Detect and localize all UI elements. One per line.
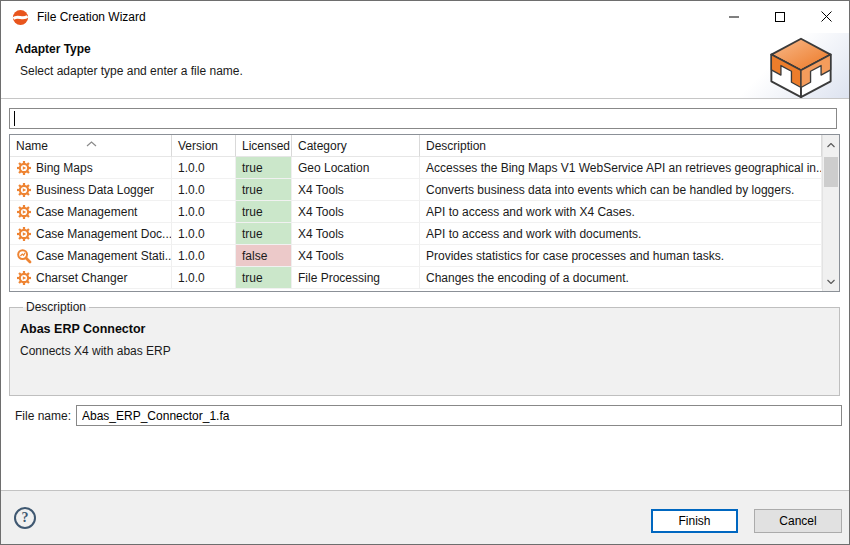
cell-name: Case Management Stati...: [10, 245, 172, 267]
adapter-gear-icon: [16, 182, 32, 198]
table-row[interactable]: Charset Changer 1.0.0 true File Processi…: [10, 267, 822, 289]
cell-licensed: true: [236, 157, 292, 179]
adapter-name: Case Management Stati...: [36, 249, 172, 263]
cell-name: Bing Maps: [10, 157, 172, 179]
selected-adapter-title: Abas ERP Connector: [20, 322, 829, 336]
close-icon: [821, 8, 832, 26]
adapter-table: Name Version Licensed Category Descripti…: [9, 134, 840, 292]
cell-name: Business Data Logger: [10, 179, 172, 201]
cell-version: 1.0.0: [172, 267, 236, 289]
cell-description: Converts business data into events which…: [420, 179, 822, 201]
cell-description: API to access and work with X4 Cases.: [420, 201, 822, 223]
cell-licensed: true: [236, 267, 292, 289]
column-header-label: Version: [178, 139, 218, 153]
wizard-banner: Adapter Type Select adapter type and ent…: [1, 33, 849, 99]
adapter-name: Charset Changer: [36, 271, 127, 285]
file-name-input[interactable]: [76, 405, 842, 426]
cancel-button-label: Cancel: [779, 514, 816, 528]
maximize-icon: [775, 8, 785, 26]
adapter-table-rows: Name Version Licensed Category Descripti…: [10, 135, 822, 291]
cell-version: 1.0.0: [172, 157, 236, 179]
selected-adapter-description: Connects X4 with abas ERP: [20, 344, 829, 358]
cell-licensed: false: [236, 245, 292, 267]
adapter-gear-icon: [16, 204, 32, 220]
cell-name: Charset Changer: [10, 267, 172, 289]
column-header-licensed[interactable]: Licensed: [236, 135, 292, 157]
description-panel-label: Description: [23, 300, 89, 314]
window-controls: [711, 1, 849, 33]
window-title: File Creation Wizard: [37, 10, 146, 24]
cell-licensed: true: [236, 201, 292, 223]
table-row[interactable]: Business Data Logger 1.0.0 true X4 Tools…: [10, 179, 822, 201]
cell-version: 1.0.0: [172, 179, 236, 201]
adapter-gear-icon: [16, 270, 32, 286]
column-header-label: Licensed: [242, 139, 290, 153]
cell-name: Case Management: [10, 201, 172, 223]
adapter-name: Business Data Logger: [36, 183, 154, 197]
adapter-gear-icon: [16, 226, 32, 242]
scroll-down-icon[interactable]: [823, 273, 839, 289]
finish-button-label: Finish: [678, 514, 710, 528]
cell-version: 1.0.0: [172, 201, 236, 223]
scrollbar-thumb[interactable]: [824, 157, 838, 187]
page-subtitle: Select adapter type and enter a file nam…: [20, 64, 243, 78]
text-caret: [14, 111, 15, 126]
cell-category: Geo Location: [292, 157, 420, 179]
cell-version: 1.0.0: [172, 245, 236, 267]
cell-category: X4 Tools: [292, 201, 420, 223]
adapter-name: Case Management Doc...: [36, 227, 172, 241]
cell-category: File Processing: [292, 267, 420, 289]
adapter-name: Bing Maps: [36, 161, 93, 175]
cell-description: API to access and work with documents.: [420, 223, 822, 245]
column-header-label: Category: [298, 139, 347, 153]
help-question-icon: ?: [22, 510, 29, 526]
cell-category: X4 Tools: [292, 245, 420, 267]
help-button[interactable]: ?: [14, 507, 36, 529]
x4-cube-logo-icon: [762, 34, 840, 103]
cell-description: Provides statistics for case processes a…: [420, 245, 822, 267]
minimize-button[interactable]: [711, 1, 757, 33]
finish-button[interactable]: Finish: [651, 509, 738, 533]
sort-ascending-icon: [86, 136, 97, 150]
adapter-magnifier-icon: [16, 248, 32, 264]
adapter-filter-input[interactable]: [9, 108, 837, 129]
scroll-up-icon[interactable]: [823, 137, 839, 153]
column-header-description[interactable]: Description: [420, 135, 822, 157]
cell-description: Changes the encoding of a document.: [420, 267, 822, 289]
description-panel: Description Abas ERP Connector Connects …: [9, 300, 840, 396]
cell-category: X4 Tools: [292, 223, 420, 245]
title-bar: File Creation Wizard: [1, 1, 849, 33]
cell-version: 1.0.0: [172, 223, 236, 245]
adapter-gear-icon: [16, 160, 32, 176]
column-header-category[interactable]: Category: [292, 135, 420, 157]
maximize-button[interactable]: [757, 1, 803, 33]
table-row[interactable]: Case Management Stati... 1.0.0 false X4 …: [10, 245, 822, 267]
button-bar: ? Finish Cancel: [1, 490, 849, 544]
close-button[interactable]: [803, 1, 849, 33]
file-creation-wizard-dialog: File Creation Wizard Adapter Type Select…: [0, 0, 850, 545]
app-logo-icon: [12, 9, 29, 26]
cell-licensed: true: [236, 223, 292, 245]
cell-name: Case Management Doc...: [10, 223, 172, 245]
column-header-label: Name: [16, 139, 48, 153]
cell-category: X4 Tools: [292, 179, 420, 201]
file-name-label: File name:: [15, 409, 71, 423]
column-header-label: Description: [426, 139, 486, 153]
table-row[interactable]: Bing Maps 1.0.0 true Geo Location Access…: [10, 157, 822, 179]
cell-description: Accesses the Bing Maps V1 WebService API…: [420, 157, 822, 179]
cancel-button[interactable]: Cancel: [754, 509, 842, 533]
cell-licensed: true: [236, 179, 292, 201]
page-title: Adapter Type: [15, 42, 91, 56]
table-header-row: Name Version Licensed Category Descripti…: [10, 135, 822, 157]
minimize-icon: [729, 8, 739, 26]
table-row[interactable]: Case Management Doc... 1.0.0 true X4 Too…: [10, 223, 822, 245]
table-row[interactable]: Case Management 1.0.0 true X4 Tools API …: [10, 201, 822, 223]
column-header-name[interactable]: Name: [10, 135, 172, 157]
vertical-scrollbar[interactable]: [822, 135, 839, 291]
adapter-name: Case Management: [36, 205, 137, 219]
column-header-version[interactable]: Version: [172, 135, 236, 157]
